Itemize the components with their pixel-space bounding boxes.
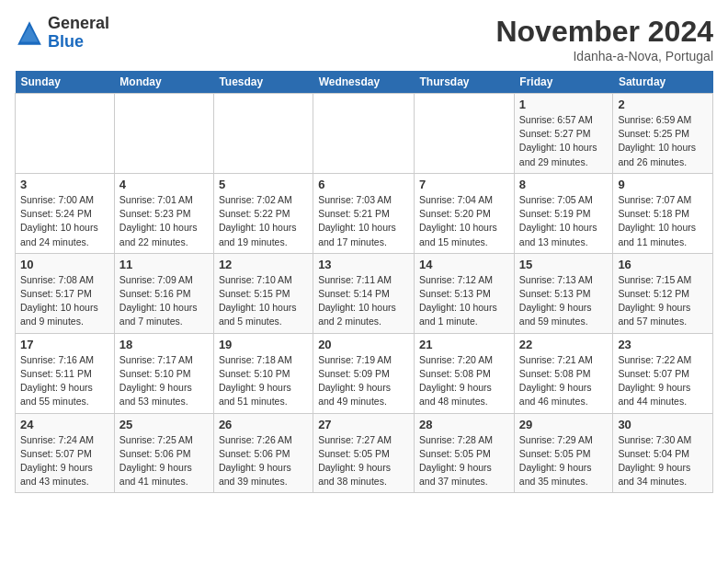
day-number: 16 [618,258,708,271]
calendar-cell: 29Sunrise: 7:29 AM Sunset: 5:05 PM Dayli… [514,413,613,493]
calendar-week-5: 24Sunrise: 7:24 AM Sunset: 5:07 PM Dayli… [16,413,713,493]
logo-icon [15,18,44,48]
day-info: Sunrise: 7:22 AM Sunset: 5:07 PM Dayligh… [618,353,708,409]
day-number: 5 [219,178,308,191]
day-number: 10 [20,258,109,271]
calendar-cell: 18Sunrise: 7:17 AM Sunset: 5:10 PM Dayli… [114,333,213,413]
day-info: Sunrise: 7:09 AM Sunset: 5:16 PM Dayligh… [119,273,209,329]
day-number: 21 [419,338,509,351]
calendar-cell [415,94,515,174]
day-number: 29 [519,418,609,431]
page-header: General Blue November 2024 Idanha-a-Nova… [15,15,713,63]
calendar-body: 1Sunrise: 6:57 AM Sunset: 5:27 PM Daylig… [16,94,713,493]
calendar-cell: 20Sunrise: 7:19 AM Sunset: 5:09 PM Dayli… [313,333,415,413]
location-subtitle: Idanha-a-Nova, Portugal [495,49,713,63]
day-number: 24 [20,418,109,431]
calendar-cell: 1Sunrise: 6:57 AM Sunset: 5:27 PM Daylig… [514,94,613,174]
calendar-cell: 7Sunrise: 7:04 AM Sunset: 5:20 PM Daylig… [415,173,515,253]
calendar-cell: 17Sunrise: 7:16 AM Sunset: 5:11 PM Dayli… [16,333,115,413]
day-number: 27 [318,418,409,431]
header-day-wednesday: Wednesday [313,71,415,94]
day-info: Sunrise: 7:27 AM Sunset: 5:05 PM Dayligh… [318,433,409,489]
day-number: 12 [219,258,308,271]
day-number: 20 [318,338,409,351]
calendar-cell: 16Sunrise: 7:15 AM Sunset: 5:12 PM Dayli… [613,253,713,333]
day-info: Sunrise: 7:18 AM Sunset: 5:10 PM Dayligh… [219,353,308,409]
day-info: Sunrise: 7:03 AM Sunset: 5:21 PM Dayligh… [318,193,409,249]
calendar-cell: 6Sunrise: 7:03 AM Sunset: 5:21 PM Daylig… [313,173,415,253]
day-number: 28 [419,418,509,431]
day-info: Sunrise: 7:13 AM Sunset: 5:13 PM Dayligh… [519,273,609,329]
calendar-cell: 15Sunrise: 7:13 AM Sunset: 5:13 PM Dayli… [514,253,613,333]
day-info: Sunrise: 7:25 AM Sunset: 5:06 PM Dayligh… [119,433,209,489]
calendar-cell: 27Sunrise: 7:27 AM Sunset: 5:05 PM Dayli… [313,413,415,493]
calendar-cell: 8Sunrise: 7:05 AM Sunset: 5:19 PM Daylig… [514,173,613,253]
calendar-cell [213,94,313,174]
day-number: 23 [618,338,708,351]
day-number: 3 [20,178,109,191]
calendar-cell: 11Sunrise: 7:09 AM Sunset: 5:16 PM Dayli… [114,253,213,333]
header-day-sunday: Sunday [16,71,115,94]
day-info: Sunrise: 7:19 AM Sunset: 5:09 PM Dayligh… [318,353,409,409]
calendar-week-3: 10Sunrise: 7:08 AM Sunset: 5:17 PM Dayli… [16,253,713,333]
calendar-cell: 30Sunrise: 7:30 AM Sunset: 5:04 PM Dayli… [613,413,713,493]
calendar-week-4: 17Sunrise: 7:16 AM Sunset: 5:11 PM Dayli… [16,333,713,413]
day-number: 19 [219,338,308,351]
calendar-cell: 26Sunrise: 7:26 AM Sunset: 5:06 PM Dayli… [213,413,313,493]
day-number: 30 [618,418,708,431]
day-info: Sunrise: 7:12 AM Sunset: 5:13 PM Dayligh… [419,273,509,329]
calendar-cell: 25Sunrise: 7:25 AM Sunset: 5:06 PM Dayli… [114,413,213,493]
day-info: Sunrise: 7:11 AM Sunset: 5:14 PM Dayligh… [318,273,409,329]
header-day-tuesday: Tuesday [213,71,313,94]
day-info: Sunrise: 7:00 AM Sunset: 5:24 PM Dayligh… [20,193,109,249]
calendar-cell: 22Sunrise: 7:21 AM Sunset: 5:08 PM Dayli… [514,333,613,413]
day-number: 6 [318,178,409,191]
title-block: November 2024 Idanha-a-Nova, Portugal [495,15,713,63]
day-info: Sunrise: 7:20 AM Sunset: 5:08 PM Dayligh… [419,353,509,409]
day-info: Sunrise: 6:57 AM Sunset: 5:27 PM Dayligh… [519,113,609,169]
day-info: Sunrise: 7:01 AM Sunset: 5:23 PM Dayligh… [119,193,209,249]
calendar-cell [114,94,213,174]
calendar-cell: 19Sunrise: 7:18 AM Sunset: 5:10 PM Dayli… [213,333,313,413]
day-number: 4 [119,178,209,191]
calendar-table: SundayMondayTuesdayWednesdayThursdayFrid… [15,71,713,493]
calendar-cell: 5Sunrise: 7:02 AM Sunset: 5:22 PM Daylig… [213,173,313,253]
calendar-cell: 2Sunrise: 6:59 AM Sunset: 5:25 PM Daylig… [613,94,713,174]
day-info: Sunrise: 7:29 AM Sunset: 5:05 PM Dayligh… [519,433,609,489]
day-info: Sunrise: 7:02 AM Sunset: 5:22 PM Dayligh… [219,193,308,249]
header-day-friday: Friday [514,71,613,94]
day-number: 8 [519,178,609,191]
header-day-thursday: Thursday [415,71,515,94]
calendar-cell: 13Sunrise: 7:11 AM Sunset: 5:14 PM Dayli… [313,253,415,333]
calendar-cell: 9Sunrise: 7:07 AM Sunset: 5:18 PM Daylig… [613,173,713,253]
calendar-cell: 4Sunrise: 7:01 AM Sunset: 5:23 PM Daylig… [114,173,213,253]
calendar-cell: 23Sunrise: 7:22 AM Sunset: 5:07 PM Dayli… [613,333,713,413]
day-number: 7 [419,178,509,191]
calendar-cell: 24Sunrise: 7:24 AM Sunset: 5:07 PM Dayli… [16,413,115,493]
calendar-header-row: SundayMondayTuesdayWednesdayThursdayFrid… [16,71,713,94]
calendar-cell: 10Sunrise: 7:08 AM Sunset: 5:17 PM Dayli… [16,253,115,333]
day-info: Sunrise: 7:07 AM Sunset: 5:18 PM Dayligh… [618,193,708,249]
header-day-monday: Monday [114,71,213,94]
month-title: November 2024 [495,15,713,49]
day-number: 1 [519,98,609,111]
day-number: 17 [20,338,109,351]
day-info: Sunrise: 7:17 AM Sunset: 5:10 PM Dayligh… [119,353,209,409]
logo-text: General Blue [48,15,109,52]
day-number: 25 [119,418,209,431]
day-number: 26 [219,418,308,431]
day-number: 13 [318,258,409,271]
day-number: 11 [119,258,209,271]
day-info: Sunrise: 7:04 AM Sunset: 5:20 PM Dayligh… [419,193,509,249]
day-info: Sunrise: 7:21 AM Sunset: 5:08 PM Dayligh… [519,353,609,409]
day-info: Sunrise: 7:28 AM Sunset: 5:05 PM Dayligh… [419,433,509,489]
day-number: 15 [519,258,609,271]
day-info: Sunrise: 7:15 AM Sunset: 5:12 PM Dayligh… [618,273,708,329]
calendar-cell [16,94,115,174]
day-number: 2 [618,98,708,111]
calendar-cell: 12Sunrise: 7:10 AM Sunset: 5:15 PM Dayli… [213,253,313,333]
day-info: Sunrise: 7:16 AM Sunset: 5:11 PM Dayligh… [20,353,109,409]
calendar-cell: 3Sunrise: 7:00 AM Sunset: 5:24 PM Daylig… [16,173,115,253]
day-info: Sunrise: 7:10 AM Sunset: 5:15 PM Dayligh… [219,273,308,329]
day-info: Sunrise: 7:30 AM Sunset: 5:04 PM Dayligh… [618,433,708,489]
